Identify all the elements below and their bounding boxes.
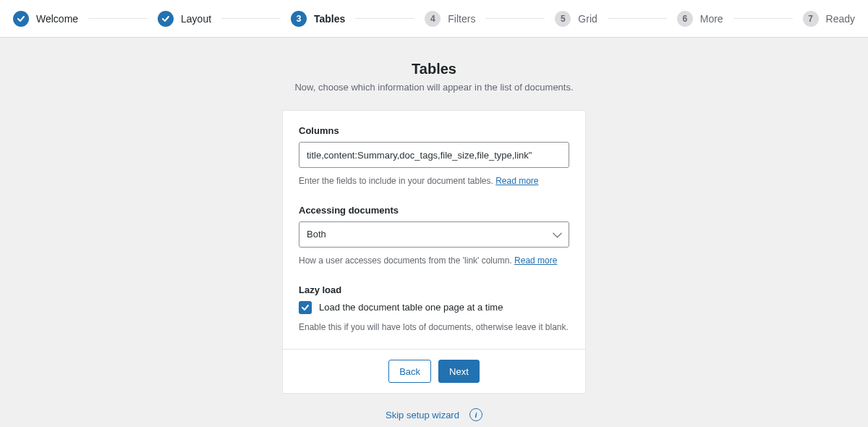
columns-input[interactable] [299, 142, 569, 168]
step-connector [88, 18, 148, 19]
columns-group: Columns Enter the fields to include in y… [299, 125, 569, 187]
step-label: Welcome [36, 13, 78, 25]
lazy-load-group: Lazy load Load the document table one pa… [299, 284, 569, 334]
lazy-checkbox-label: Load the document table one page at a ti… [319, 302, 503, 313]
lazy-help: Enable this if you will have lots of doc… [299, 321, 569, 334]
step-number: 3 [291, 11, 307, 27]
step-filters[interactable]: 4 Filters [425, 11, 475, 27]
step-tables[interactable]: 3 Tables [291, 11, 345, 27]
lazy-checkbox-row[interactable]: Load the document table one page at a ti… [299, 301, 569, 314]
lazy-checkbox[interactable] [299, 301, 312, 314]
page-title: Tables [0, 61, 868, 77]
step-number: 4 [425, 11, 441, 27]
checkmark-icon [13, 11, 29, 27]
step-connector [221, 18, 281, 19]
step-connector [355, 18, 414, 19]
step-ready[interactable]: 7 Ready [803, 11, 855, 27]
checkmark-icon [301, 303, 310, 312]
lazy-label: Lazy load [299, 284, 569, 295]
step-connector [485, 18, 545, 19]
columns-read-more-link[interactable]: Read more [495, 176, 538, 186]
card-footer: Back Next [283, 349, 585, 393]
accessing-read-more-link[interactable]: Read more [514, 255, 557, 266]
info-icon[interactable]: i [469, 408, 482, 421]
step-number: 5 [555, 11, 571, 27]
step-connector [733, 18, 793, 19]
step-label: Ready [826, 13, 855, 25]
step-welcome[interactable]: Welcome [13, 11, 78, 27]
columns-label: Columns [299, 125, 569, 136]
step-number: 6 [677, 11, 693, 27]
checkmark-icon [158, 11, 174, 27]
step-label: Grid [578, 13, 597, 25]
step-number: 7 [803, 11, 819, 27]
step-label: More [700, 13, 723, 25]
step-more[interactable]: 6 More [677, 11, 723, 27]
accessing-help: How a user accesses documents from the '… [299, 255, 569, 267]
accessing-group: Accessing documents Both How a user acce… [299, 205, 569, 267]
skip-wizard-link[interactable]: Skip setup wizard [386, 410, 459, 420]
back-button[interactable]: Back [388, 360, 431, 383]
accessing-select[interactable]: Both [299, 221, 569, 248]
step-label: Tables [314, 13, 345, 25]
page-heading: Tables Now, choose which information wil… [0, 38, 868, 421]
page-subtitle: Now, choose which information will appea… [0, 82, 868, 93]
next-button[interactable]: Next [438, 360, 480, 383]
step-label: Filters [448, 13, 475, 25]
accessing-select-wrap: Both [299, 221, 569, 248]
accessing-label: Accessing documents [299, 205, 569, 216]
wizard-stepper: Welcome Layout 3 Tables 4 Filters 5 Grid… [0, 0, 868, 38]
settings-card: Columns Enter the fields to include in y… [282, 110, 586, 394]
step-label: Layout [181, 13, 211, 25]
columns-help: Enter the fields to include in your docu… [299, 175, 569, 187]
step-grid[interactable]: 5 Grid [555, 11, 597, 27]
step-layout[interactable]: Layout [158, 11, 211, 27]
skip-row: Skip setup wizard i [0, 408, 868, 421]
step-connector [608, 18, 667, 19]
